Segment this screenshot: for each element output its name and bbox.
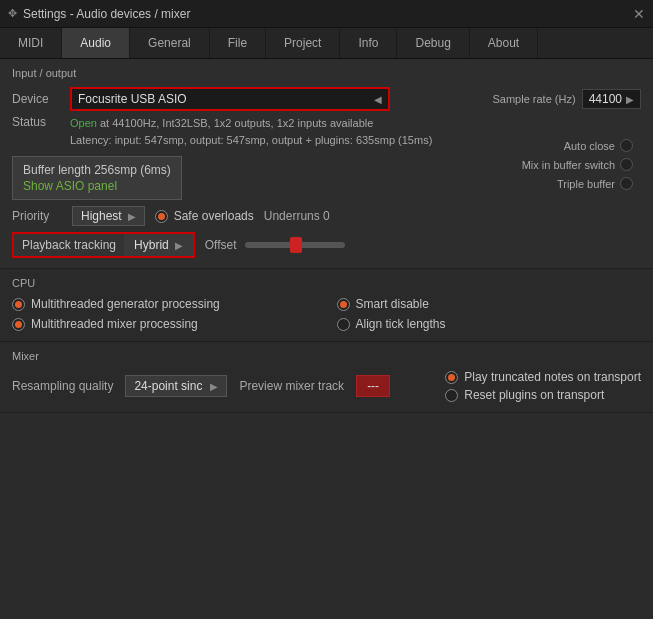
mixer-section: Mixer Resampling quality 24-point sinc ▶…: [0, 342, 653, 413]
playback-tracking-dropdown[interactable]: Hybrid ▶: [124, 234, 193, 256]
close-button[interactable]: ✕: [633, 7, 645, 21]
buffer-block: Buffer length 256smp (6ms) Show ASIO pan…: [12, 156, 182, 200]
tab-file[interactable]: File: [210, 28, 266, 58]
reset-plugins-radio[interactable]: [445, 389, 458, 402]
triple-buffer-row: Triple buffer: [557, 177, 633, 190]
preview-button[interactable]: ---: [356, 375, 390, 397]
priority-row: Priority Highest ▶ Safe overloads Underr…: [12, 206, 641, 226]
device-dropdown-arrow: ◀: [374, 94, 382, 105]
tab-bar: MIDI Audio General File Project Info Deb…: [0, 28, 653, 59]
tab-midi[interactable]: MIDI: [0, 28, 62, 58]
cpu-section-label: CPU: [12, 277, 641, 289]
play-truncated-row: Play truncated notes on transport: [445, 370, 641, 384]
cpu-section: CPU Multithreaded generator processing S…: [0, 269, 653, 342]
title-bar-left: ✥ Settings - Audio devices / mixer: [8, 7, 190, 21]
mix-in-buffer-row: Mix in buffer switch: [522, 158, 633, 171]
status-full-row: Status Open at 44100Hz, Int32LSB, 1x2 ou…: [12, 115, 641, 200]
sample-rate-dropdown[interactable]: 44100 ▶: [582, 89, 641, 109]
play-truncated-radio[interactable]: [445, 371, 458, 384]
safe-overloads-label: Safe overloads: [174, 209, 254, 223]
resampling-value: 24-point sinc: [134, 379, 202, 393]
cpu-item-0: Multithreaded generator processing: [12, 297, 317, 311]
resampling-arrow: ▶: [210, 381, 218, 392]
cpu-item-2: Multithreaded mixer processing: [12, 317, 317, 331]
priority-label: Priority: [12, 209, 62, 223]
priority-arrow: ▶: [128, 211, 136, 222]
device-dropdown[interactable]: Focusrite USB ASIO ◀: [70, 87, 390, 111]
auto-close-checkbox[interactable]: [620, 139, 633, 152]
playback-tracking-box: Playback tracking Hybrid ▶: [12, 232, 195, 258]
mix-in-buffer-label: Mix in buffer switch: [522, 159, 615, 171]
cpu-label-2: Multithreaded mixer processing: [31, 317, 198, 331]
cpu-item-1: Smart disable: [337, 297, 642, 311]
safe-overloads-group: Safe overloads: [155, 209, 254, 223]
device-row: Device Focusrite USB ASIO ◀ Sample rate …: [12, 87, 641, 111]
sample-rate-value: 44100: [589, 92, 622, 106]
main-content: Input / output Device Focusrite USB ASIO…: [0, 59, 653, 413]
tab-audio[interactable]: Audio: [62, 28, 130, 58]
cpu-grid: Multithreaded generator processing Smart…: [12, 297, 641, 331]
io-section-label: Input / output: [12, 67, 641, 79]
triple-buffer-label: Triple buffer: [557, 178, 615, 190]
buffer-length-label: Buffer length 256smp (6ms): [23, 163, 171, 177]
cpu-radio-0[interactable]: [12, 298, 25, 311]
play-truncated-label: Play truncated notes on transport: [464, 370, 641, 384]
input-output-section: Input / output Device Focusrite USB ASIO…: [0, 59, 653, 269]
cpu-radio-2[interactable]: [12, 318, 25, 331]
settings-icon: ✥: [8, 7, 17, 20]
cpu-label-1: Smart disable: [356, 297, 429, 311]
offset-slider-thumb[interactable]: [290, 237, 302, 253]
tab-about[interactable]: About: [470, 28, 538, 58]
cpu-radio-3[interactable]: [337, 318, 350, 331]
status-open: Open: [70, 117, 97, 129]
mixer-row: Resampling quality 24-point sinc ▶ Previ…: [12, 370, 641, 402]
device-label: Device: [12, 92, 62, 106]
buffer-button[interactable]: Buffer length 256smp (6ms) Show ASIO pan…: [12, 156, 182, 200]
tab-info[interactable]: Info: [340, 28, 397, 58]
offset-area: Offset: [205, 238, 345, 252]
reset-plugins-label: Reset plugins on transport: [464, 388, 604, 402]
cpu-label-3: Align tick lengths: [356, 317, 446, 331]
preview-label: Preview mixer track: [239, 379, 344, 393]
priority-value: Highest: [81, 209, 122, 223]
status-text-block: Open at 44100Hz, Int32LSB, 1x2 outputs, …: [70, 115, 432, 148]
safe-overloads-radio[interactable]: [155, 210, 168, 223]
priority-dropdown[interactable]: Highest ▶: [72, 206, 145, 226]
window-title: Settings - Audio devices / mixer: [23, 7, 190, 21]
playback-row: Playback tracking Hybrid ▶ Offset: [12, 232, 641, 258]
device-value: Focusrite USB ASIO: [78, 92, 187, 106]
auto-close-row: Auto close: [564, 139, 633, 152]
auto-close-label: Auto close: [564, 140, 615, 152]
offset-slider-track[interactable]: [245, 242, 345, 248]
mixer-section-label: Mixer: [12, 350, 641, 362]
title-bar: ✥ Settings - Audio devices / mixer ✕: [0, 0, 653, 28]
triple-buffer-checkbox[interactable]: [620, 177, 633, 190]
tab-debug[interactable]: Debug: [397, 28, 469, 58]
right-options: Auto close Mix in buffer switch Triple b…: [522, 115, 641, 190]
status-line2: Latency: input: 547smp, output: 547smp, …: [70, 132, 432, 149]
tab-project[interactable]: Project: [266, 28, 340, 58]
sample-rate-arrow: ▶: [626, 94, 634, 105]
tab-general[interactable]: General: [130, 28, 210, 58]
playback-arrow: ▶: [175, 240, 183, 251]
transport-options: Play truncated notes on transport Reset …: [445, 370, 641, 402]
status-label: Status: [12, 115, 62, 129]
offset-label: Offset: [205, 238, 237, 252]
status-line1: Open at 44100Hz, Int32LSB, 1x2 outputs, …: [70, 115, 432, 132]
cpu-item-3: Align tick lengths: [337, 317, 642, 331]
cpu-label-0: Multithreaded generator processing: [31, 297, 220, 311]
sample-rate-area: Sample rate (Hz) 44100 ▶: [492, 89, 641, 109]
reset-plugins-row: Reset plugins on transport: [445, 388, 641, 402]
sample-rate-label: Sample rate (Hz): [492, 93, 575, 105]
mix-in-buffer-checkbox[interactable]: [620, 158, 633, 171]
playback-tracking-label: Playback tracking: [14, 234, 124, 256]
show-asio-link[interactable]: Show ASIO panel: [23, 179, 171, 193]
resampling-dropdown[interactable]: 24-point sinc ▶: [125, 375, 227, 397]
underruns-label: Underruns 0: [264, 209, 330, 223]
resampling-label: Resampling quality: [12, 379, 113, 393]
playback-tracking-value: Hybrid: [134, 238, 169, 252]
status-left: Status Open at 44100Hz, Int32LSB, 1x2 ou…: [12, 115, 522, 200]
cpu-radio-1[interactable]: [337, 298, 350, 311]
